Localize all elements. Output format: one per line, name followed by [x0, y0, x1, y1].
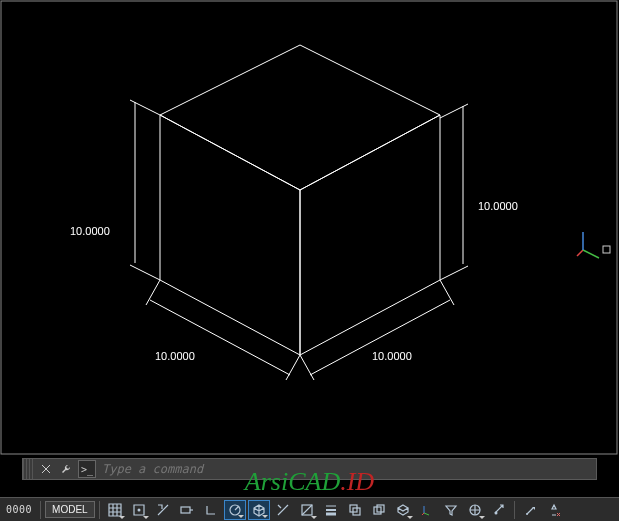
command-input[interactable]	[98, 462, 596, 476]
svg-line-8	[440, 266, 468, 280]
svg-line-7	[440, 104, 468, 118]
dim-width-right: 10.0000	[300, 280, 454, 380]
cube-wireframe	[160, 45, 440, 355]
annotation-autoscale-toggle[interactable]	[543, 500, 565, 520]
svg-point-31	[494, 511, 497, 514]
transparency-toggle[interactable]	[344, 500, 366, 520]
svg-line-12	[150, 300, 290, 375]
model-space-button[interactable]: MODEL	[45, 501, 95, 518]
dim-text: 10.0000	[478, 200, 518, 212]
ucs-icon	[575, 228, 615, 268]
annotation-scale-toggle[interactable]	[519, 500, 541, 520]
coord-readout: 0000	[2, 504, 36, 515]
drawing-viewport[interactable]: 10.0000 10.0000 10.0000 10.0000	[0, 0, 619, 456]
3d-osnap-toggle[interactable]	[392, 500, 414, 520]
lineweight-toggle[interactable]	[320, 500, 342, 520]
status-bar: 0000 MODEL	[0, 497, 619, 521]
svg-line-5	[130, 265, 160, 280]
svg-line-15	[310, 300, 450, 375]
svg-line-11	[286, 355, 300, 380]
ortho-mode-toggle[interactable]	[200, 500, 222, 520]
dim-height-left: 10.0000	[70, 100, 160, 280]
svg-marker-3	[300, 115, 440, 355]
gizmo-toggle[interactable]	[464, 500, 486, 520]
dim-text: 10.0000	[155, 350, 195, 362]
command-bar: >_	[22, 458, 597, 480]
dynamic-ucs-toggle[interactable]	[416, 500, 438, 520]
svg-marker-2	[160, 115, 300, 355]
cmdbar-close-button[interactable]	[37, 460, 55, 478]
selection-filter-toggle[interactable]	[440, 500, 462, 520]
svg-point-32	[526, 513, 528, 515]
osnap-2d-toggle[interactable]	[296, 500, 318, 520]
dim-text: 10.0000	[372, 350, 412, 362]
isometric-drafting-toggle[interactable]	[248, 500, 270, 520]
svg-line-16	[577, 250, 583, 256]
cmdbar-settings-button[interactable]	[57, 460, 75, 478]
svg-rect-19	[603, 246, 610, 253]
svg-line-13	[300, 355, 314, 380]
svg-line-17	[583, 250, 599, 258]
dynamic-input-toggle[interactable]	[176, 500, 198, 520]
snap-mode-toggle[interactable]	[128, 500, 150, 520]
selection-cycling-toggle[interactable]	[368, 500, 390, 520]
grid-toggle[interactable]	[104, 500, 126, 520]
svg-point-22	[137, 508, 140, 511]
dim-width-left: 10.0000	[146, 280, 300, 380]
infer-constraints-toggle[interactable]	[152, 500, 174, 520]
polar-tracking-toggle[interactable]	[224, 500, 246, 520]
cmdbar-grip[interactable]	[23, 459, 33, 479]
object-snap-tracking-toggle[interactable]	[272, 500, 294, 520]
svg-rect-23	[181, 507, 190, 513]
annotation-visibility-toggle[interactable]	[488, 500, 510, 520]
dim-text: 10.0000	[70, 225, 110, 237]
cmd-prompt-icon: >_	[78, 460, 96, 478]
svg-marker-1	[160, 45, 440, 190]
dim-height-right: 10.0000	[440, 104, 518, 280]
